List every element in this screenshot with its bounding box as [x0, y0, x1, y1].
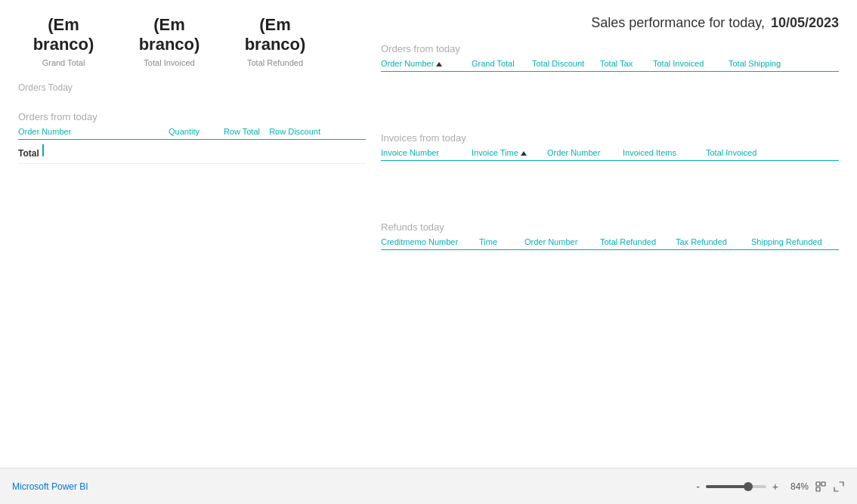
kpi-label-total-refunded: Total Refunded: [247, 58, 303, 67]
zoom-slider[interactable]: [706, 485, 766, 488]
main-content: (Em branco) Grand Total (Em branco) Tota…: [0, 0, 857, 468]
rcol-total-tax[interactable]: Total Tax: [600, 59, 653, 68]
left-orders-header[interactable]: Order Number Quantity Row Total Row Disc…: [18, 127, 366, 140]
page-title-row: Sales performance for today, 10/05/2023: [381, 15, 839, 31]
expand-icon[interactable]: [833, 481, 845, 493]
rcol-tax-refunded[interactable]: Tax Refunded: [676, 237, 751, 246]
kpi-card-total-invoiced: (Em branco) Total Invoiced: [124, 15, 215, 67]
bottom-bar: Microsoft Power BI - + 84%: [0, 468, 857, 504]
col-row-total[interactable]: Row Total: [200, 127, 260, 136]
col-row-discount[interactable]: Row Discount: [260, 127, 320, 136]
page-title: Sales performance for today,: [591, 15, 765, 31]
col-order-number[interactable]: Order Number: [18, 127, 147, 136]
sort-asc-icon: [521, 151, 527, 156]
refund-order-text: Order Number: [381, 59, 434, 68]
left-orders-title: Orders from today: [18, 111, 366, 122]
kpi-value-total-invoiced: (Em branco): [139, 15, 200, 55]
bottom-icons: [815, 481, 845, 493]
kpi-value-total-refunded: (Em branco): [245, 15, 306, 55]
icol-order-number[interactable]: Order Number: [547, 148, 623, 157]
left-orders-table: Orders from today Order Number Quantity …: [18, 111, 366, 164]
zoom-percent-label: 84%: [784, 481, 809, 492]
zoom-slider-fill: [706, 485, 747, 488]
zoom-slider-thumb[interactable]: [744, 482, 753, 491]
invoices-header[interactable]: Invoice Number Invoice Time Order Number…: [381, 148, 839, 161]
invoices-section: Invoices from today Invoice Number Invoi…: [381, 132, 839, 161]
invoices-title: Invoices from today: [381, 132, 839, 144]
rcol-shipping-refunded[interactable]: Shipping Refunded: [751, 237, 834, 246]
kpi-row: (Em branco) Grand Total (Em branco) Tota…: [18, 15, 366, 67]
rcol-total-invoiced[interactable]: Total Invoiced: [653, 59, 729, 68]
left-panel: (Em branco) Grand Total (Em branco) Tota…: [18, 15, 366, 460]
svg-rect-1: [821, 482, 825, 486]
invoice-time-text: Invoice Time: [472, 148, 518, 157]
right-panel: Sales performance for today, 10/05/2023 …: [381, 15, 839, 460]
right-orders-section: Orders from today Order Number Grand Tot…: [381, 43, 839, 72]
table-row: Total: [18, 140, 366, 164]
kpi-card-grand-total: (Em branco) Grand Total: [18, 15, 109, 67]
powerbi-link[interactable]: Microsoft Power BI: [12, 481, 88, 492]
kpi-value-grand-total: (Em branco): [33, 15, 94, 55]
refunds-header[interactable]: Creditmemo Number Time Order Number Tota…: [381, 237, 839, 250]
kpi-label-grand-total: Grand Total: [42, 58, 85, 67]
rcol-time[interactable]: Time: [479, 237, 524, 246]
bottom-right: - + 84%: [696, 481, 845, 493]
sort-asc-icon-refund: [436, 62, 442, 66]
rcol-total-discount[interactable]: Total Discount: [532, 59, 600, 68]
svg-rect-2: [816, 487, 820, 491]
svg-rect-0: [816, 482, 820, 486]
zoom-plus-button[interactable]: +: [772, 481, 778, 493]
cell-total-label: Total: [18, 144, 147, 159]
rcol-total-shipping[interactable]: Total Shipping: [729, 59, 804, 68]
kpi-label-total-invoiced: Total Invoiced: [144, 58, 194, 67]
zoom-minus-button[interactable]: -: [696, 481, 700, 493]
rcol-grand-total[interactable]: Grand Total: [472, 59, 532, 68]
rcol-total-refunded[interactable]: Total Refunded: [600, 237, 676, 246]
total-text: Total: [18, 148, 39, 159]
right-orders-header[interactable]: Order Number Grand Total Total Discount …: [381, 59, 839, 72]
icol-total-invoiced[interactable]: Total Invoiced: [706, 148, 781, 157]
icol-invoice-time[interactable]: Invoice Time: [472, 148, 547, 157]
kpi-card-total-refunded: (Em branco) Total Refunded: [230, 15, 320, 67]
col-quantity[interactable]: Quantity: [147, 127, 200, 136]
icol-invoiced-items[interactable]: Invoiced Items: [623, 148, 706, 157]
refunds-section: Refunds today Creditmemo Number Time Ord…: [381, 221, 839, 250]
right-orders-title: Orders from today: [381, 43, 839, 54]
rcol-order-number[interactable]: Order Number: [524, 237, 600, 246]
fullscreen-exit-icon[interactable]: [815, 481, 827, 493]
rcol-order-number[interactable]: Order Number: [381, 59, 472, 68]
orders-today-label: Orders Today: [18, 82, 366, 93]
refunds-title: Refunds today: [381, 221, 839, 233]
page-date: 10/05/2023: [771, 15, 839, 31]
total-divider: [42, 144, 44, 156]
icol-invoice-number[interactable]: Invoice Number: [381, 148, 472, 157]
rcol-creditmemo[interactable]: Creditmemo Number: [381, 237, 479, 246]
